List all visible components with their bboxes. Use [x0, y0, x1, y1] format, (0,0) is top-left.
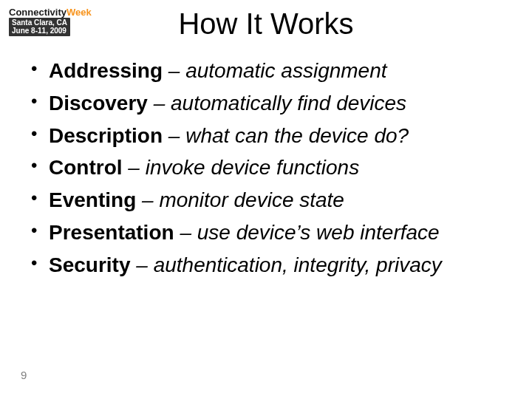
- list-item: Description – what can the device do?: [27, 123, 505, 149]
- list-item: Eventing – monitor device state: [27, 187, 505, 214]
- bullet-desc: monitor device state: [159, 188, 344, 211]
- bullet-dash: –: [163, 59, 185, 82]
- list-item: Discovery – automatically find devices: [27, 90, 505, 117]
- list-item: Security – authentication, integrity, pr…: [27, 252, 505, 279]
- bullet-list: Addressing – automatic assignment Discov…: [27, 58, 505, 279]
- bullet-term: Security: [49, 253, 131, 276]
- bullet-desc: what can the device do?: [185, 124, 409, 147]
- bullet-desc: authentication, integrity, privacy: [154, 253, 442, 276]
- bullet-dash: –: [148, 92, 171, 115]
- slide: ConnectivityWeek Santa Clara, CA June 8-…: [0, 0, 532, 399]
- bullet-term: Presentation: [49, 221, 174, 244]
- bullet-desc: automatic assignment: [185, 59, 386, 82]
- bullet-dash: –: [174, 221, 197, 244]
- bullet-desc: use device’s web interface: [197, 221, 440, 244]
- list-item: Control – invoke device functions: [27, 154, 505, 181]
- bullet-term: Eventing: [49, 188, 136, 211]
- bullet-term: Discovery: [49, 92, 148, 115]
- bullet-term: Control: [49, 156, 123, 179]
- slide-body: Addressing – automatic assignment Discov…: [27, 58, 505, 284]
- bullet-dash: –: [163, 124, 185, 147]
- bullet-dash: –: [131, 253, 154, 276]
- bullet-dash: –: [136, 188, 159, 211]
- bullet-term: Addressing: [49, 59, 163, 82]
- page-number: 9: [21, 369, 27, 381]
- bullet-desc: invoke device functions: [146, 156, 360, 179]
- list-item: Presentation – use device’s web interfac…: [27, 219, 505, 246]
- bullet-term: Description: [49, 124, 163, 147]
- list-item: Addressing – automatic assignment: [27, 58, 505, 84]
- bullet-dash: –: [123, 156, 146, 179]
- slide-title: How It Works: [0, 7, 532, 41]
- bullet-desc: automatically find devices: [171, 92, 406, 115]
